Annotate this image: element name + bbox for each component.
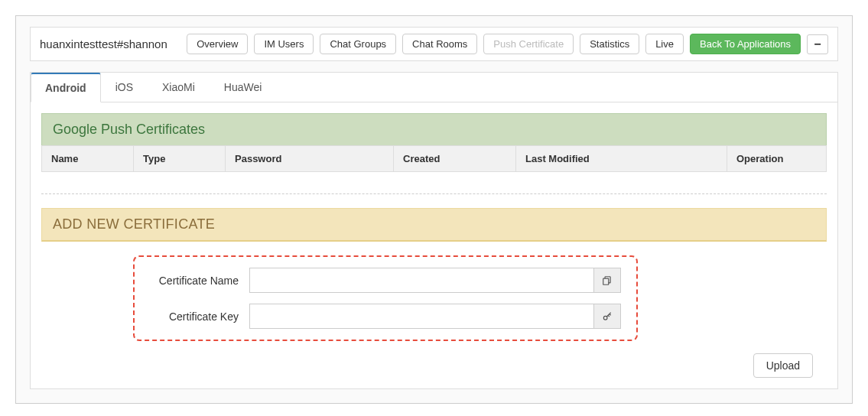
certificates-list-header: Google Push Certificates: [41, 113, 827, 146]
col-password: Password: [226, 146, 394, 172]
add-certificate-header: ADD NEW CERTIFICATE: [41, 208, 827, 242]
tab-xiaomi[interactable]: XiaoMi: [148, 73, 210, 102]
tab-huawei[interactable]: HuaWei: [210, 73, 277, 102]
tab-android[interactable]: Android: [31, 73, 101, 102]
app-name: huanxintesttest#shannon: [40, 37, 180, 50]
nav-overview-button[interactable]: Overview: [187, 34, 248, 54]
nav-statistics-button[interactable]: Statistics: [580, 34, 639, 54]
add-certificate-form-highlight: Certificate Name: [133, 255, 638, 341]
dashed-separator: [41, 193, 827, 194]
tab-ios[interactable]: iOS: [101, 73, 148, 102]
svg-point-2: [603, 316, 607, 320]
nav-im-users-button[interactable]: IM Users: [254, 34, 314, 54]
nav-chat-groups-button[interactable]: Chat Groups: [320, 34, 396, 54]
nav-chat-rooms-button[interactable]: Chat Rooms: [402, 34, 477, 54]
tab-android-body: Google Push Certificates Name Type Passw…: [31, 102, 837, 388]
collapse-toggle-button[interactable]: −: [807, 34, 828, 54]
col-name: Name: [42, 146, 134, 172]
minus-icon: −: [814, 38, 821, 50]
cert-key-input[interactable]: [249, 304, 593, 329]
form-row-cert-key: Certificate Key: [142, 304, 621, 329]
col-created: Created: [394, 146, 516, 172]
cert-key-addon: [593, 304, 621, 329]
cert-key-input-group: [249, 304, 621, 329]
nav-live-button[interactable]: Live: [645, 34, 684, 54]
panel-outer: huanxintesttest#shannon Overview IM User…: [15, 15, 853, 404]
col-operation: Operation: [727, 146, 827, 172]
back-to-applications-button[interactable]: Back To Applications: [690, 34, 801, 54]
col-last-modified: Last Modified: [516, 146, 727, 172]
top-bar: huanxintesttest#shannon Overview IM User…: [30, 27, 838, 61]
cert-name-addon: [593, 268, 621, 293]
nav-push-certificate-button: Push Certificate: [483, 34, 574, 54]
form-row-cert-name: Certificate Name: [142, 268, 621, 293]
platform-tabs: Android iOS XiaoMi HuaWei: [31, 73, 837, 102]
cert-name-label: Certificate Name: [142, 275, 249, 287]
footer-row: Upload: [41, 341, 827, 378]
cert-name-input[interactable]: [249, 268, 593, 293]
col-type: Type: [134, 146, 226, 172]
cert-key-label: Certificate Key: [142, 310, 249, 323]
table-header-row: Name Type Password Created Last Modified…: [42, 146, 827, 172]
svg-rect-1: [603, 278, 609, 284]
upload-button[interactable]: Upload: [753, 353, 813, 378]
certificates-table: Name Type Password Created Last Modified…: [41, 145, 827, 172]
cert-name-input-group: [249, 268, 621, 293]
tabs-container: Android iOS XiaoMi HuaWei Google Push Ce…: [30, 72, 838, 389]
key-icon: [602, 311, 613, 322]
copy-icon: [602, 275, 613, 286]
